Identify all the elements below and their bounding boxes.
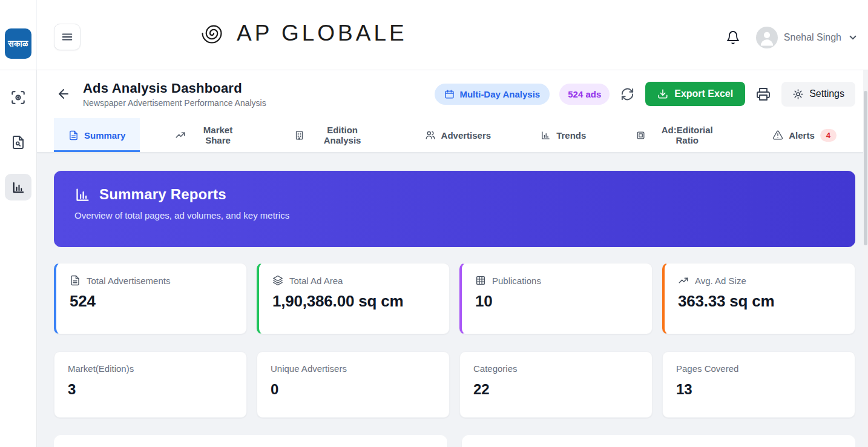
metric-value: 22 [473, 381, 639, 398]
refresh-icon [620, 87, 634, 101]
tab-label: Trends [556, 130, 586, 141]
sidebar: सकाळ [0, 0, 36, 447]
metric-label: Categories [473, 363, 518, 374]
metric-label: Pages Covered [676, 363, 738, 374]
menu-icon [61, 30, 74, 44]
hamburger-menu-button[interactable] [54, 24, 81, 50]
metric-value: 0 [271, 381, 436, 398]
brand-name: AP GLOBALE [237, 21, 407, 46]
tab-bar: Summary Market Share Edition Analysis [37, 118, 868, 153]
multi-day-analysis-label: Multi-Day Analysis [459, 89, 540, 99]
metric-card-categories: Categories 22 [459, 351, 653, 418]
settings-button[interactable]: Settings [781, 82, 855, 107]
file-search-icon [11, 135, 25, 150]
topbar-right: Snehal Singh [726, 27, 858, 48]
tab-alerts[interactable]: Alerts 4 [758, 118, 851, 152]
scan-search-icon [10, 90, 26, 105]
brand-logo: AP GLOBALE [192, 13, 407, 53]
spiral-logo-icon [192, 13, 232, 53]
metric-card-pages-covered: Pages Covered 13 [662, 351, 855, 418]
page-titles: Ads Analysis Dashboard Newspaper Adverti… [83, 81, 266, 108]
ads-count-badge: 524 ads [559, 84, 610, 105]
print-button[interactable] [755, 85, 772, 102]
tab-summary[interactable]: Summary [54, 118, 140, 152]
secondary-metrics-row: Market(Edition)s 3 Unique Advertisers 0 … [54, 351, 855, 418]
tab-trends[interactable]: Trends [526, 118, 600, 152]
metric-label: Avg. Ad Size [695, 276, 746, 286]
gear-icon [792, 88, 804, 100]
printer-icon [756, 87, 771, 101]
sidebar-nav [0, 84, 36, 200]
header-divider [0, 70, 868, 70]
bar-chart-icon [74, 187, 91, 203]
export-excel-button[interactable]: Export Excel [645, 82, 745, 106]
bottom-panels-row [54, 435, 855, 447]
metric-value: 1,90,386.00 sq cm [272, 292, 436, 311]
user-name: Snehal Singh [784, 32, 841, 43]
metric-label: Publications [492, 276, 541, 286]
metric-card-unique-advertisers: Unique Advertisers 0 [257, 351, 450, 418]
metric-card-total-ad-area: Total Ad Area 1,90,386.00 sq cm [257, 263, 450, 334]
layers-icon [272, 275, 283, 286]
page-header: Ads Analysis Dashboard Newspaper Adverti… [37, 70, 868, 118]
file-text-icon [68, 130, 79, 141]
tab-edition-analysis[interactable]: Edition Analysis [280, 118, 390, 152]
sidebar-item-scan[interactable] [5, 84, 31, 111]
banner-title: Summary Reports [99, 186, 226, 203]
vertical-scrollbar-thumb[interactable] [864, 91, 867, 245]
tab-label: Summary [84, 130, 125, 141]
topbar: AP GLOBALE Snehal Singh [37, 0, 868, 70]
banner-subtitle: Overview of total pages, ad volumes, and… [74, 210, 835, 220]
summary-reports-banner: Summary Reports Overview of total pages,… [54, 171, 855, 247]
multi-day-analysis-badge: Multi-Day Analysis [435, 84, 550, 105]
page-subtitle: Newspaper Advertisement Performance Anal… [83, 98, 266, 108]
calendar-icon [444, 89, 455, 99]
metric-value: 524 [70, 292, 233, 311]
alerts-count-badge: 4 [820, 129, 837, 142]
bottom-panel-left [54, 435, 447, 447]
refresh-button[interactable] [619, 86, 636, 102]
sakal-logo: सकाळ [5, 28, 31, 59]
back-button[interactable] [54, 84, 73, 104]
tab-label: Alerts [789, 130, 815, 141]
content-area: Summary Reports Overview of total pages,… [37, 153, 868, 447]
bell-icon [726, 30, 740, 45]
metric-label: Total Advertisements [87, 276, 170, 286]
metric-value: 3 [68, 381, 233, 398]
export-excel-label: Export Excel [674, 88, 733, 99]
sidebar-item-file-search[interactable] [5, 129, 31, 156]
tab-market-share[interactable]: Market Share [160, 118, 258, 152]
bar-chart-icon [541, 130, 551, 141]
metric-value: 10 [475, 292, 639, 311]
metric-card-publications: Publications 10 [459, 263, 653, 334]
bar-chart-icon [12, 180, 25, 194]
metric-card-avg-ad-size: Avg. Ad Size 363.33 sq cm [662, 263, 855, 334]
tab-label: Ad:Editorial Ratio [651, 125, 723, 145]
user-menu[interactable]: Snehal Singh [756, 27, 858, 48]
tab-label: Market Share [191, 125, 244, 145]
sidebar-item-analytics[interactable] [5, 174, 31, 200]
alert-triangle-icon [772, 130, 783, 141]
metric-label: Market(Edition)s [68, 363, 134, 374]
trending-up-icon [175, 130, 186, 141]
metric-card-total-advertisements: Total Advertisements 524 [54, 263, 247, 334]
chevron-down-icon [847, 32, 858, 43]
frame-icon [636, 130, 646, 141]
sidebar-divider [36, 70, 37, 447]
grid-icon [475, 275, 486, 286]
download-icon [657, 88, 668, 99]
tab-ad-editorial-ratio[interactable]: Ad:Editorial Ratio [621, 118, 737, 152]
users-icon [425, 130, 436, 141]
bottom-panel-right [462, 435, 855, 447]
building-icon [294, 130, 304, 141]
notifications-button[interactable] [726, 30, 740, 45]
trending-up-icon [678, 275, 689, 286]
sakal-logo-text: सकाळ [8, 39, 28, 49]
metric-value: 363.33 sq cm [678, 292, 841, 311]
tab-advertisers[interactable]: Advertisers [410, 118, 506, 152]
settings-label: Settings [809, 88, 844, 99]
page-header-actions: Multi-Day Analysis 524 ads Export Excel [435, 82, 855, 107]
main-area: AP GLOBALE Snehal Singh [37, 0, 868, 447]
metric-label: Total Ad Area [289, 276, 343, 286]
vertical-scrollbar-track[interactable] [863, 70, 868, 447]
